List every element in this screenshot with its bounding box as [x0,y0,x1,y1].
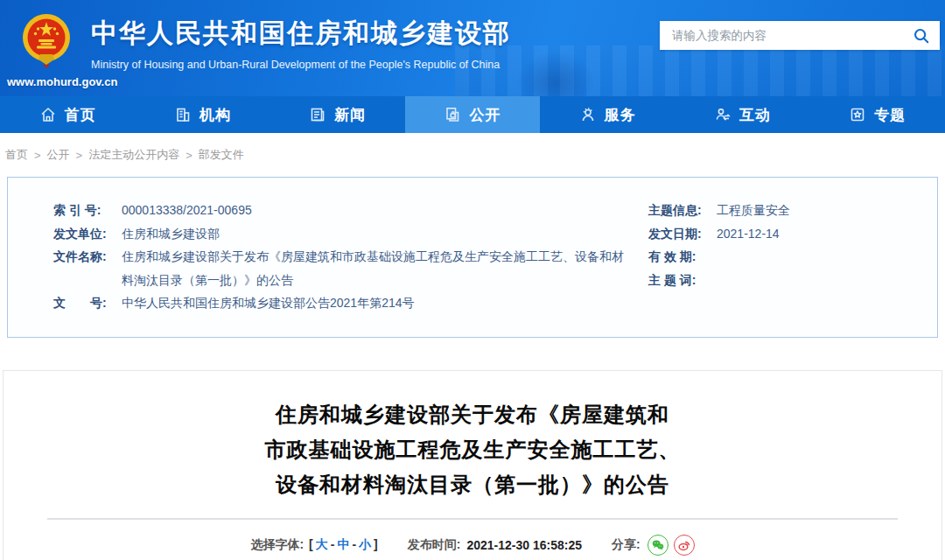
dash: - [331,537,335,551]
info-row-subject-terms: 主 题 词: [648,269,937,292]
info-label: 主题信息: [648,199,717,222]
font-size-large-button[interactable]: 大 [316,537,328,551]
weibo-icon [677,538,691,552]
site-url: www.mohurd.gov.cn [7,75,117,88]
article-divider [47,518,898,520]
info-value: 工程质量安全 [717,199,790,222]
nav-item-news[interactable]: 新闻 [270,96,405,133]
nav-label: 专题 [874,105,906,125]
dash: - [352,537,356,551]
home-icon [39,106,57,123]
nav-item-interaction[interactable]: 互动 [675,96,809,133]
nav-label: 机构 [200,105,231,125]
nav-item-service[interactable]: 服务 [540,96,675,133]
article-title: 住房和城乡建设部关于发布《房屋建筑和 市政基础设施工程危及生产安全施工工艺、 设… [4,397,942,502]
info-value: 住房和城乡建设部关于发布《房屋建筑和市政基础设施工程危及生产安全施工工艺、设备和… [122,245,629,291]
nav-item-topic[interactable]: 专题 [810,96,945,133]
disclosure-icon [444,106,461,123]
document-info-left-column: 索 引 号: 000013338/2021-00695 发文单位: 住房和城乡建… [8,199,629,337]
info-row-issue-date: 发文日期: 2021-12-14 [648,222,937,246]
breadcrumb-separator: > [186,149,192,162]
share-icons [648,535,695,556]
breadcrumb-home[interactable]: 首页 [5,147,28,163]
info-row-document-name: 文件名称: 住房和城乡建设部关于发布《房屋建筑和市政基础设施工程危及生产安全施工… [53,245,629,291]
nav-label: 互动 [739,105,771,125]
info-label: 文 号: [53,291,122,315]
news-icon [309,106,326,123]
article-box: 住房和城乡建设部关于发布《房屋建筑和 市政基础设施工程危及生产安全施工工艺、 设… [3,370,942,560]
nav-label: 公开 [469,105,500,125]
header-tree-shadow [516,51,595,96]
info-label: 有 效 期: [648,245,717,269]
search-icon [913,27,930,45]
font-select-label: 选择字体: [250,537,304,553]
info-row-issuing-unit: 发文单位: 住房和城乡建设部 [53,222,629,246]
document-info-right-column: 主题信息: 工程质量安全 发文日期: 2021-12-14 有 效 期: 主 题… [629,199,937,337]
service-icon [579,106,597,123]
search-input[interactable] [660,29,903,42]
site-title-cn: 中华人民共和国住房和城乡建设部 [91,16,511,52]
info-value: 2021-12-14 [717,222,780,246]
nav-item-disclosure[interactable]: 公开 [405,96,540,133]
site-title-en: Ministry of Housing and Urban-Rural Deve… [91,59,511,71]
breadcrumb-separator: > [76,149,83,162]
info-label: 主 题 词: [648,269,717,292]
article-title-line3: 设备和材料淘汰目录（第一批）》的公告 [4,467,942,502]
info-label: 文件名称: [53,245,122,291]
nav-item-home[interactable]: 首页 [0,96,135,133]
font-size-small-button[interactable]: 小 [359,537,371,551]
nav-label: 服务 [605,105,636,125]
breadcrumb-ministry-documents: 部发文件 [199,147,244,163]
info-label: 索 引 号: [53,199,122,222]
wechat-icon [651,538,665,552]
info-row-validity-period: 有 效 期: [648,245,937,269]
breadcrumb: 首页 > 公开 > 法定主动公开内容 > 部发文件 [0,133,945,177]
section-gap [0,338,945,370]
font-size-picker: [大-中-小] [309,537,378,553]
search-button[interactable] [903,21,940,50]
bracket: ] [374,537,378,551]
info-value: 住房和城乡建设部 [122,222,220,246]
info-value: 中华人民共和国住房和城乡建设部公告2021年第214号 [122,291,415,315]
topic-icon [849,106,866,123]
info-value: 000013338/2021-00695 [122,199,252,222]
nav-label: 首页 [65,105,96,125]
breadcrumb-disclosure[interactable]: 公开 [47,147,70,163]
font-size-medium-button[interactable]: 中 [337,537,349,551]
national-emblem-icon [18,10,75,75]
interaction-icon [714,106,732,123]
breadcrumb-statutory-content[interactable]: 法定主动公开内容 [88,147,179,163]
publish-time-label: 发布时间: [408,537,461,553]
info-row-subject-info: 主题信息: 工程质量安全 [648,199,937,222]
nav-label: 新闻 [334,105,366,125]
nav-item-organization[interactable]: 机构 [135,96,270,133]
document-info-box: 索 引 号: 000013338/2021-00695 发文单位: 住房和城乡建… [7,177,938,338]
breadcrumb-separator: > [34,149,41,162]
info-label: 发文单位: [53,222,122,246]
organization-icon [174,106,192,123]
article-meta-row: 选择字体: [大-中-小] 发布时间: 2021-12-30 16:58:25 … [4,535,942,556]
search-box [660,21,940,50]
share-label: 分享: [612,537,640,553]
share-wechat-button[interactable] [648,535,668,556]
info-row-document-number: 文 号: 中华人民共和国住房和城乡建设部公告2021年第214号 [53,291,629,315]
share-weibo-button[interactable] [674,535,695,556]
article-title-line1: 住房和城乡建设部关于发布《房屋建筑和 [4,397,942,432]
publish-time-value: 2021-12-30 16:58:25 [466,538,582,552]
info-row-index-number: 索 引 号: 000013338/2021-00695 [53,199,629,222]
site-header: www.mohurd.gov.cn 中华人民共和国住房和城乡建设部 Minist… [0,0,945,96]
article-title-line2: 市政基础设施工程危及生产安全施工工艺、 [4,432,942,467]
info-label: 发文日期: [648,222,717,246]
bracket: [ [309,537,313,551]
main-nav: 首页 机构 新闻 公开 服务 互动 [0,96,945,133]
